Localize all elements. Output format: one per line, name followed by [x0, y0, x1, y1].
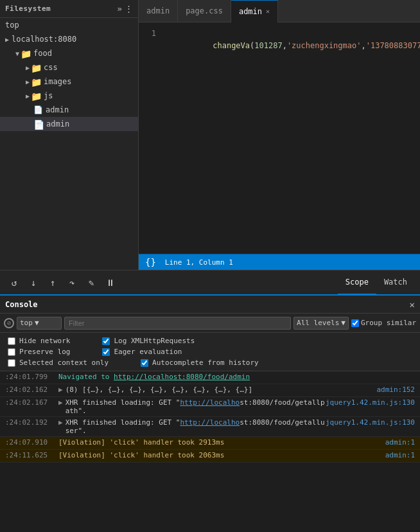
selected-context-label: Selected context only — [19, 359, 109, 367]
step-over-button[interactable]: ↷ — [63, 274, 81, 292]
more-icon[interactable]: ⋮ — [125, 4, 133, 13]
back-button[interactable]: ↺ — [5, 274, 23, 292]
group-similar-checkbox-group: Group similar — [351, 319, 416, 327]
settings-row-1: Hide network Log XMLHttpRequests — [8, 337, 412, 345]
console-close-icon[interactable]: ✕ — [410, 299, 415, 310]
eager-eval-checkbox[interactable] — [102, 348, 110, 356]
sidebar-header: Filesystem » ⋮ — [0, 0, 138, 18]
pause-button[interactable]: ⏸ — [101, 274, 119, 292]
step-down-button[interactable]: ↓ — [24, 274, 42, 292]
sidebar-item-admin-file[interactable]: 📄 admin — [0, 103, 138, 117]
hide-network-label: Hide network — [19, 337, 70, 345]
xhr-arrow-icon-2[interactable]: ▶ — [58, 418, 63, 427]
sidebar-item-food[interactable]: ▼ 📁 food — [0, 46, 138, 60]
editor-tabs: admin page.css admin ✕ — [139, 0, 420, 22]
tab-pagecss[interactable]: page.css — [178, 0, 231, 22]
sidebar: Filesystem » ⋮ top ▶ localhost:8080 ▼ 📁 … — [0, 0, 139, 270]
console-msg-violation-2: :24:11.625 [Violation] 'click' handler t… — [0, 450, 420, 463]
css-arrow-icon: ▶ — [26, 64, 30, 71]
console-msg-xhr-2: :24:02.192 ▶ XHR finished loading: GET "… — [0, 417, 420, 437]
editor-status-bar: {} Line 1, Column 1 — [139, 254, 420, 270]
xhr-link-1[interactable]: http://localho — [180, 398, 240, 407]
selected-context-checkbox[interactable] — [8, 359, 15, 367]
msg-timestamp-1: :24:01.799 — [5, 373, 53, 381]
xhr-link-2[interactable]: http://localho — [180, 418, 240, 427]
expand-icon[interactable]: » — [117, 4, 122, 13]
filesystem-label: Filesystem — [5, 4, 51, 13]
settings-hide-network: Hide network — [8, 337, 70, 345]
msg-source-6[interactable]: admin:1 — [363, 451, 415, 459]
msg-content-3: XHR finished loading: GET "http://localh… — [66, 398, 326, 415]
settings-preserve-log: Preserve log — [8, 348, 70, 356]
food-folder-icon: 📁 — [21, 49, 31, 58]
tab-editor[interactable]: admin — [139, 0, 178, 22]
eager-eval-label: Eager evaluation — [114, 348, 182, 356]
tab-close-icon[interactable]: ✕ — [266, 8, 270, 15]
group-similar-label: Group similar — [361, 319, 416, 327]
group-similar-checkbox[interactable] — [351, 319, 359, 327]
token-function: changeVa — [213, 41, 250, 50]
dropdown-arrow-icon: ▼ — [35, 319, 39, 327]
msg-timestamp-4: :24:02.192 — [5, 418, 53, 427]
sidebar-header-icons: » ⋮ — [117, 4, 133, 13]
preserve-log-checkbox[interactable] — [8, 348, 15, 356]
settings-selected-context: Selected context only — [8, 359, 109, 367]
preserve-log-label: Preserve log — [19, 348, 70, 356]
msg-timestamp-5: :24:07.910 — [5, 438, 53, 447]
code-line-1: changeVa(101287,'zuchengxingmao','137808… — [166, 28, 420, 40]
js-arrow-icon: ▶ — [26, 93, 30, 100]
token-number: 101287 — [254, 41, 282, 50]
top-context-dropdown[interactable]: top ▼ — [17, 317, 62, 330]
root-arrow-icon: ▶ — [5, 36, 9, 43]
level-dropdown[interactable]: All levels ▼ — [293, 317, 349, 330]
navigate-link[interactable]: http://localhost:8080/food/admin — [114, 373, 250, 381]
msg-timestamp-3: :24:02.167 — [5, 398, 53, 407]
autocomplete-checkbox[interactable] — [141, 359, 148, 367]
token-string-1: 'zuchengxingmao' — [287, 41, 362, 50]
msg-source-2[interactable]: admin:152 — [363, 386, 415, 394]
step-up-button[interactable]: ↑ — [44, 274, 62, 292]
food-arrow-icon: ▼ — [15, 50, 19, 57]
images-folder-icon: 📁 — [31, 77, 41, 86]
sidebar-item-images[interactable]: ▶ 📁 images — [0, 75, 138, 89]
images-arrow-icon: ▶ — [26, 78, 30, 85]
console-title: Console — [5, 300, 38, 309]
msg-source-3[interactable]: jquery1.42.min.js:130 — [326, 398, 415, 407]
array-arrow-icon[interactable]: ▶ — [58, 386, 63, 394]
xhr-arrow-icon-1[interactable]: ▶ — [58, 398, 63, 407]
console-messages: :24:01.799 Navigated to http://localhost… — [0, 371, 420, 532]
hide-network-checkbox[interactable] — [8, 337, 15, 345]
log-xhr-checkbox[interactable] — [102, 337, 110, 345]
line-number-1: 1 — [139, 28, 156, 40]
msg-source-5[interactable]: admin:1 — [363, 438, 415, 447]
sidebar-item-admin-selected[interactable]: 📄 admin — [0, 117, 138, 131]
token-string-2: '13780883077' — [366, 41, 420, 50]
editor-content: 1 changeVa(101287,'zuchengxingmao','1378… — [139, 22, 420, 254]
js-folder-icon: 📁 — [31, 91, 41, 100]
tab-admin-active[interactable]: admin ✕ — [231, 0, 278, 22]
msg-timestamp-6: :24:11.625 — [5, 451, 53, 459]
console-msg-xhr-1: :24:02.167 ▶ XHR finished loading: GET "… — [0, 397, 420, 417]
level-arrow-icon: ▼ — [341, 319, 346, 327]
log-xhr-label: Log XMLHttpRequests — [114, 337, 195, 345]
sidebar-item-css[interactable]: ▶ 📁 css — [0, 60, 138, 75]
msg-source-4[interactable]: jquery1.42.min.js:130 — [326, 418, 415, 427]
status-position: Line 1, Column 1 — [165, 258, 233, 267]
editor-area: admin page.css admin ✕ 1 changeVa(101287… — [139, 0, 420, 270]
edit-button[interactable]: ✎ — [82, 274, 100, 292]
filter-input[interactable] — [64, 317, 291, 330]
no-entry-icon[interactable]: ⊘ — [4, 318, 14, 328]
console-toolbar: ⊘ top ▼ All levels ▼ Group similar — [0, 314, 420, 333]
sidebar-root-item[interactable]: ▶ localhost:8080 — [0, 32, 138, 46]
tab-scope[interactable]: Scope — [338, 270, 376, 295]
sidebar-item-js[interactable]: ▶ 📁 js — [0, 89, 138, 103]
settings-log-xhr: Log XMLHttpRequests — [102, 337, 195, 345]
settings-row-3: Selected context only Autocomplete from … — [8, 359, 412, 367]
settings-eager-eval: Eager evaluation — [102, 348, 182, 356]
code-content[interactable]: changeVa(101287,'zuchengxingmao','137808… — [161, 22, 420, 254]
msg-content-6: [Violation] 'click' handler took 2063ms — [58, 451, 363, 459]
admin-file-icon: 📄 — [33, 105, 43, 114]
msg-content-1: Navigated to http://localhost:8080/food/… — [58, 373, 415, 381]
tab-watch[interactable]: Watch — [376, 270, 415, 295]
console-msg-violation-1: :24:07.910 [Violation] 'click' handler t… — [0, 437, 420, 450]
